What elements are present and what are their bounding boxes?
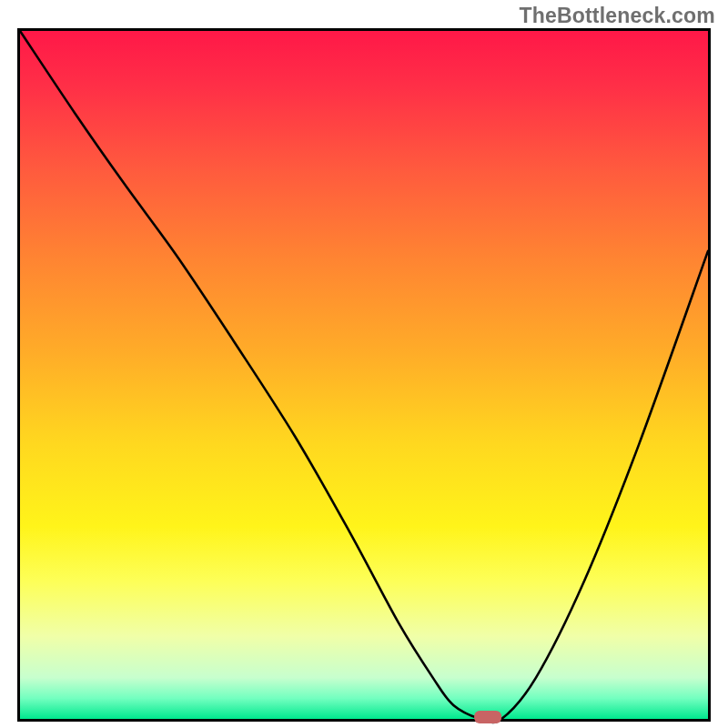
plot-area <box>17 28 711 722</box>
curve-layer <box>20 31 708 719</box>
bottleneck-curve <box>20 31 708 723</box>
watermark-link[interactable]: TheBottleneck.com <box>519 4 715 28</box>
optimal-marker <box>474 711 501 723</box>
chart-container: TheBottleneck.com <box>0 0 728 728</box>
